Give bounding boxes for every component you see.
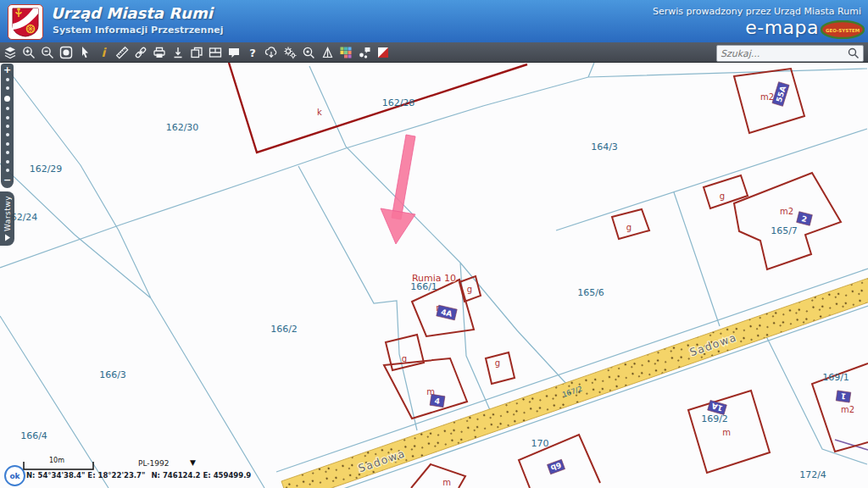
copy-view-icon[interactable] bbox=[190, 46, 203, 59]
status-overlay: ok 10m PL-1992 ▼ N: 54°34'38.4" E: 18°22… bbox=[0, 454, 237, 488]
building-label: g bbox=[495, 358, 500, 368]
building-label: g bbox=[626, 223, 632, 232]
page-title: Urząd Miasta Rumi bbox=[51, 4, 213, 22]
svg-text:?: ? bbox=[249, 47, 256, 59]
building-label: m2 bbox=[760, 92, 774, 102]
building-label: g bbox=[720, 191, 725, 201]
pointer-icon[interactable] bbox=[78, 46, 92, 59]
measure-icon[interactable] bbox=[115, 46, 129, 59]
building-label: m2 bbox=[841, 405, 854, 414]
zoom-in-icon[interactable] bbox=[22, 46, 36, 59]
scale-label: 10m bbox=[49, 457, 64, 464]
zoom-level-dots[interactable] bbox=[4, 78, 10, 172]
print-icon[interactable] bbox=[153, 46, 166, 59]
link-icon[interactable] bbox=[134, 46, 147, 59]
building-label: m2 bbox=[780, 207, 793, 216]
parcel-label: 165/6 bbox=[577, 287, 604, 298]
page-subtitle: System Informacji Przestrzennej bbox=[53, 25, 223, 36]
cursor-coordinates: N: 54°34'38.4" E: 18°22'23.7"N: 746124.2… bbox=[26, 471, 257, 480]
parcel-label: 162/29 bbox=[30, 164, 63, 175]
map-background bbox=[0, 0, 868, 488]
building-label: k bbox=[317, 108, 322, 117]
layers-icon[interactable] bbox=[3, 46, 17, 59]
zoom-in-button[interactable]: + bbox=[3, 65, 11, 75]
zoom-out-icon[interactable] bbox=[41, 46, 54, 59]
parcel-label: 164/3 bbox=[591, 141, 618, 152]
app-header: Urząd Miasta Rumi System Informacji Prze… bbox=[0, 0, 868, 42]
geosystem-logo: GEO-SYSTEM bbox=[821, 20, 865, 42]
search-box bbox=[716, 45, 864, 62]
zoom-out-button[interactable]: − bbox=[3, 175, 11, 185]
building-label: g bbox=[467, 285, 472, 294]
building-label: m bbox=[722, 428, 731, 437]
geosystem-label: GEO-SYSTEM bbox=[826, 28, 860, 33]
select-area-icon[interactable] bbox=[59, 46, 73, 59]
parcel-label: 172/4 bbox=[799, 469, 826, 480]
city-crest-logo bbox=[8, 4, 43, 40]
svg-text:i: i bbox=[102, 46, 108, 59]
layout-panels-icon[interactable] bbox=[209, 46, 222, 59]
view-3d-icon[interactable] bbox=[320, 46, 334, 59]
emapa-brand: e-mapa bbox=[745, 17, 819, 38]
search-parcel-icon[interactable] bbox=[302, 46, 315, 59]
parcel-label: 166/2 bbox=[270, 324, 298, 335]
info-icon[interactable]: i bbox=[97, 46, 110, 59]
parcel-label: 169/2 bbox=[701, 413, 728, 424]
layers-panel-tab[interactable]: Warstwy bbox=[0, 191, 14, 246]
expand-arrow-icon bbox=[4, 234, 11, 241]
orienteering-flag-icon[interactable] bbox=[376, 46, 390, 59]
crs-selector[interactable]: PL-1992 bbox=[138, 459, 169, 468]
plane-coordinates: N: 746124.2 E: 459499.9 bbox=[151, 471, 251, 480]
service-note: Serwis prowadzony przez Urząd Miasta Rum… bbox=[653, 6, 861, 17]
coordinates-pin-icon[interactable] bbox=[171, 46, 185, 59]
chevron-down-icon[interactable]: ▼ bbox=[190, 458, 196, 467]
search-icon[interactable] bbox=[847, 47, 860, 60]
parcel-label: 166/3 bbox=[99, 369, 126, 380]
parcel-label: 170 bbox=[531, 438, 549, 449]
address-label: Rumia 10 bbox=[412, 273, 456, 284]
map-canvas[interactable]: 162/30 162/29 162/24 162/28 164/3 165/7 … bbox=[0, 0, 868, 488]
share-icon[interactable] bbox=[358, 46, 371, 59]
settings-icon[interactable] bbox=[283, 46, 297, 59]
parcel-label: 162/28 bbox=[382, 97, 415, 108]
parcel-label: 166/4 bbox=[20, 430, 47, 441]
search-input[interactable] bbox=[717, 48, 847, 59]
parcel-label: 162/30 bbox=[166, 122, 199, 133]
cloud-download-icon[interactable] bbox=[264, 46, 278, 59]
building-label: m bbox=[442, 478, 451, 487]
help-icon[interactable]: ? bbox=[246, 46, 259, 59]
map-toolbar: i ? bbox=[0, 42, 868, 63]
parcel-label: 169/1 bbox=[822, 372, 849, 383]
parcel-label: 165/7 bbox=[771, 225, 798, 236]
geo-coordinates: N: 54°34'38.4" E: 18°22'23.7" bbox=[26, 471, 145, 480]
layers-tab-label: Warstwy bbox=[3, 196, 12, 231]
thematic-maps-icon[interactable] bbox=[339, 46, 353, 59]
zoom-slider[interactable]: + − bbox=[1, 64, 14, 188]
building-label: g bbox=[402, 354, 407, 363]
comment-icon[interactable] bbox=[227, 46, 241, 59]
